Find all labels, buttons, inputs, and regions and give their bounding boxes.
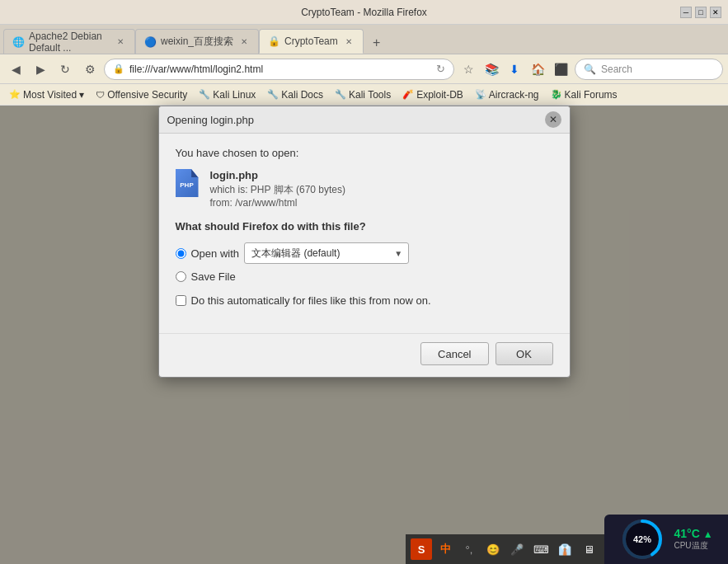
tab-weixin[interactable]: 🔵 weixin_百度搜索 ✕ — [135, 29, 259, 54]
url-text: file:///var/www/html/login2.html — [129, 63, 431, 75]
ime-sogou-icon[interactable]: S — [411, 538, 432, 560]
bookmark-star-icon[interactable]: ☆ — [458, 59, 479, 80]
ime-punct-icon[interactable]: °, — [458, 538, 480, 560]
cpu-info: 41°C ▲ CPU温度 — [674, 527, 712, 552]
pocket-icon[interactable]: ⬛ — [550, 59, 571, 80]
bookmark-kali-docs-label: Kali Docs — [281, 89, 323, 101]
save-file-row: Save File — [176, 270, 553, 283]
ime-skin-icon[interactable]: 👔 — [554, 538, 575, 560]
bookmark-aircrack-label: Aircrack-ng — [489, 89, 539, 101]
auto-checkbox-label: Do this automatically for files like thi… — [191, 294, 431, 307]
back-button[interactable]: ◀ — [5, 59, 26, 80]
bookmark-exploit-db-label: Exploit-DB — [416, 89, 463, 101]
tabs-bar: 🌐 Apache2 Debian Default ... ✕ 🔵 weixin_… — [0, 25, 728, 54]
dialog-titlebar: Opening login.php ✕ — [159, 106, 570, 134]
bookmark-kali-docs[interactable]: 🔧 Kali Docs — [263, 87, 327, 102]
bookmark-most-visited[interactable]: ⭐ Most Visited ▾ — [5, 87, 88, 102]
tab-weixin-close[interactable]: ✕ — [238, 36, 250, 48]
title-bar: CryptoTeam - Mozilla Firefox ─ □ ✕ — [0, 0, 728, 25]
app-select[interactable]: 文本编辑器 (default) 其他应用程序... — [244, 242, 409, 264]
tab-weixin-favicon: 🔵 — [144, 36, 156, 48]
url-bar[interactable]: 🔒 file:///var/www/html/login2.html ↻ — [104, 59, 454, 80]
what-to-do-label: What should Firefox do with this file? — [176, 220, 553, 233]
window-title: CryptoTeam - Mozilla Firefox — [301, 7, 427, 18]
most-visited-arrow: ▾ — [79, 89, 84, 101]
dialog-body: You have chosen to open: PHP login.php w… — [159, 134, 570, 333]
page-content: Opening login.php ✕ You have chosen to o… — [0, 106, 728, 564]
bookmark-kali-forums[interactable]: 🐉 Kali Forums — [547, 87, 622, 102]
cpu-widget: 42% 41°C ▲ CPU温度 — [604, 515, 728, 564]
search-bar[interactable]: 🔍 Search — [575, 59, 723, 80]
bookmark-most-visited-label: Most Visited — [23, 89, 77, 101]
offensive-security-icon: 🛡 — [96, 90, 105, 100]
bookmark-kali-linux[interactable]: 🔧 Kali Linux — [195, 87, 260, 102]
tab-cryptoteam[interactable]: 🔒 CryptoTeam ✕ — [259, 29, 364, 54]
browser-window: CryptoTeam - Mozilla Firefox ─ □ ✕ 🌐 Apa… — [0, 0, 728, 564]
dialog-footer: Cancel OK — [159, 333, 570, 377]
cpu-temp-value: 41°C ▲ — [674, 527, 712, 540]
ime-tools-icon[interactable]: 🖥 — [578, 538, 599, 560]
bookmark-offensive-security-label: Offensive Security — [107, 89, 187, 101]
cancel-button[interactable]: Cancel — [420, 342, 488, 365]
tab-weixin-label: weixin_百度搜索 — [161, 35, 233, 49]
tab-apache-label: Apache2 Debian Default ... — [29, 31, 110, 54]
tab-cryptoteam-favicon: 🔒 — [268, 35, 279, 47]
bookmark-exploit-db[interactable]: 🧨 Exploit-DB — [398, 87, 467, 102]
cpu-label: CPU温度 — [674, 540, 707, 552]
bookmark-kali-linux-label: Kali Linux — [213, 89, 256, 101]
cpu-temp-indicator: ▲ — [703, 529, 713, 540]
reload-button[interactable]: ↻ — [54, 59, 76, 80]
auto-checkbox[interactable] — [176, 295, 186, 306]
tab-apache[interactable]: 🌐 Apache2 Debian Default ... ✕ — [3, 29, 135, 54]
bookmark-list-icon[interactable]: 📚 — [481, 59, 502, 80]
radio-group: Open with 文本编辑器 (default) 其他应用程序... ▼ Sa… — [176, 242, 553, 283]
file-icon-wrapper: PHP — [176, 169, 202, 195]
ok-button[interactable]: OK — [496, 342, 553, 365]
url-reload-icon[interactable]: ↻ — [436, 63, 445, 75]
minimize-button[interactable]: ─ — [680, 7, 692, 18]
aircrack-icon: 📡 — [475, 89, 486, 100]
ime-bar: S 中 °, 😊 🎤 ⌨ 👔 🖥 — [406, 534, 604, 564]
ime-keyboard-icon[interactable]: ⌨ — [530, 538, 552, 560]
file-open-dialog: Opening login.php ✕ You have chosen to o… — [158, 106, 571, 378]
download-icon[interactable]: ⬇ — [504, 59, 525, 80]
kali-forums-icon: 🐉 — [551, 89, 562, 100]
toolbar-icons: ☆ 📚 ⬇ 🏠 ⬛ — [458, 59, 571, 80]
bookmark-kali-tools-label: Kali Tools — [349, 89, 391, 101]
restore-button[interactable]: □ — [695, 7, 707, 18]
bookmark-kali-tools[interactable]: 🔧 Kali Tools — [331, 87, 395, 102]
bookmarks-bar: ⭐ Most Visited ▾ 🛡 Offensive Security 🔧 … — [0, 84, 728, 106]
home-nav-icon[interactable]: 🏠 — [527, 59, 548, 80]
open-with-radio[interactable] — [176, 248, 186, 259]
window-controls: ─ □ ✕ — [680, 7, 721, 18]
kali-docs-icon: 🔧 — [267, 89, 279, 100]
tab-cryptoteam-close[interactable]: ✕ — [343, 35, 355, 47]
new-tab-button[interactable]: + — [365, 32, 388, 54]
php-file-icon: PHP — [176, 169, 199, 197]
ime-chinese-icon[interactable]: 中 — [434, 538, 456, 560]
bookmark-aircrack[interactable]: 📡 Aircrack-ng — [471, 87, 543, 102]
tab-apache-favicon: 🌐 — [12, 36, 24, 48]
ime-voice-icon[interactable]: 🎤 — [506, 538, 528, 560]
file-description: which is: PHP 脚本 (670 bytes) — [210, 183, 346, 197]
home-button[interactable]: ⚙ — [79, 59, 101, 80]
tab-cryptoteam-label: CryptoTeam — [284, 35, 338, 47]
file-info: PHP login.php which is: PHP 脚本 (670 byte… — [176, 169, 553, 209]
cpu-gauge: 42% — [619, 516, 665, 562]
search-icon: 🔍 — [584, 63, 596, 75]
kali-tools-icon: 🔧 — [335, 89, 346, 100]
ime-emoji-icon[interactable]: 😊 — [482, 538, 504, 560]
bookmark-offensive-security[interactable]: 🛡 Offensive Security — [92, 87, 191, 102]
search-placeholder: Search — [601, 63, 632, 75]
close-button[interactable]: ✕ — [710, 7, 721, 18]
lock-icon: 🔒 — [113, 63, 124, 74]
dialog-close-button[interactable]: ✕ — [545, 111, 561, 128]
save-file-label: Save File — [191, 270, 236, 283]
forward-button[interactable]: ▶ — [30, 59, 51, 80]
app-select-wrapper: 文本编辑器 (default) 其他应用程序... ▼ — [244, 242, 409, 264]
file-from: from: /var/www/html — [210, 197, 346, 209]
save-file-radio[interactable] — [176, 271, 186, 282]
tab-apache-close[interactable]: ✕ — [115, 36, 126, 48]
file-name: login.php — [210, 169, 346, 181]
open-with-label: Open with — [191, 247, 240, 260]
